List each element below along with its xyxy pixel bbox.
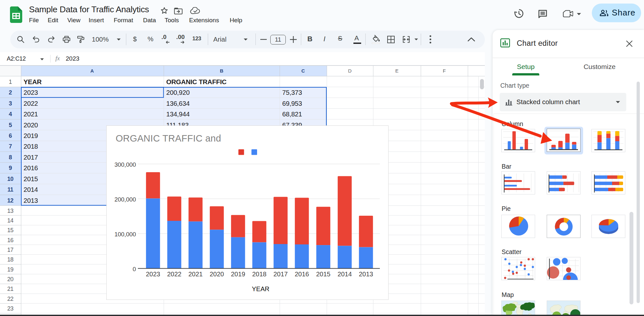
svg-text:200,000: 200,000 <box>114 196 136 203</box>
svg-text:2015: 2015 <box>316 271 331 278</box>
svg-text:2023: 2023 <box>24 89 38 96</box>
svg-text:2015: 2015 <box>24 175 38 183</box>
svg-text:2013: 2013 <box>359 271 373 278</box>
svg-text:0: 0 <box>133 266 136 272</box>
svg-text:2019: 2019 <box>24 132 38 139</box>
svg-text:3: 3 <box>9 100 12 107</box>
svg-text:ORGANIC TRAFFIC and: ORGANIC TRAFFIC and <box>116 133 221 143</box>
svg-text:22: 22 <box>7 296 14 302</box>
svg-text:13: 13 <box>7 208 14 214</box>
svg-text:75,373: 75,373 <box>282 89 302 96</box>
svg-text:5: 5 <box>9 122 12 128</box>
svg-text:134,944: 134,944 <box>166 110 190 118</box>
svg-text:15: 15 <box>7 227 14 233</box>
svg-text:E: E <box>395 68 399 74</box>
svg-text:9: 9 <box>9 165 12 171</box>
svg-text:B: B <box>220 68 224 74</box>
svg-text:21: 21 <box>7 286 14 292</box>
svg-text:C: C <box>302 68 305 74</box>
svg-text:100,000: 100,000 <box>114 231 136 238</box>
svg-text:F: F <box>443 68 446 74</box>
svg-text:7: 7 <box>9 143 12 150</box>
svg-text:23: 23 <box>7 305 14 312</box>
svg-text:2022: 2022 <box>167 271 182 278</box>
svg-text:2019: 2019 <box>231 271 245 278</box>
svg-text:18: 18 <box>7 256 14 263</box>
svg-text:2017: 2017 <box>274 271 288 278</box>
svg-text:2013: 2013 <box>24 197 38 204</box>
svg-text:200,920: 200,920 <box>166 89 190 96</box>
svg-text:2: 2 <box>9 89 12 96</box>
svg-text:14: 14 <box>7 217 14 224</box>
svg-text:2020: 2020 <box>24 121 38 129</box>
svg-text:D: D <box>348 68 352 74</box>
svg-text:300,000: 300,000 <box>114 161 136 168</box>
svg-text:20: 20 <box>7 276 14 282</box>
svg-text:2014: 2014 <box>338 271 352 278</box>
svg-text:19: 19 <box>7 266 14 273</box>
svg-text:69,953: 69,953 <box>282 100 302 107</box>
svg-text:2016: 2016 <box>24 164 38 172</box>
svg-text:68,821: 68,821 <box>282 110 302 118</box>
svg-text:2016: 2016 <box>295 271 309 278</box>
svg-text:YEAR: YEAR <box>24 78 42 85</box>
svg-text:11: 11 <box>7 186 14 193</box>
svg-text:2022: 2022 <box>24 100 38 107</box>
svg-text:2018: 2018 <box>252 271 267 278</box>
svg-text:A: A <box>91 68 94 74</box>
svg-text:8: 8 <box>9 154 12 161</box>
svg-text:12: 12 <box>7 197 14 204</box>
svg-text:1: 1 <box>9 79 12 85</box>
svg-text:YEAR: YEAR <box>252 285 269 292</box>
svg-text:17: 17 <box>7 247 14 253</box>
svg-text:2021: 2021 <box>24 110 38 118</box>
svg-text:4: 4 <box>9 111 12 117</box>
svg-text:2017: 2017 <box>24 153 38 161</box>
svg-text:2018: 2018 <box>24 143 38 150</box>
svg-text:2020: 2020 <box>210 271 224 278</box>
svg-text:2021: 2021 <box>188 271 203 278</box>
svg-text:2014: 2014 <box>24 186 38 193</box>
svg-text:16: 16 <box>7 237 14 243</box>
svg-text:6: 6 <box>9 133 12 139</box>
svg-text:136,634: 136,634 <box>166 100 190 107</box>
svg-text:2023: 2023 <box>146 271 160 278</box>
svg-text:ORGANIC TRAFFIC: ORGANIC TRAFFIC <box>166 78 227 85</box>
svg-text:10: 10 <box>7 176 14 182</box>
